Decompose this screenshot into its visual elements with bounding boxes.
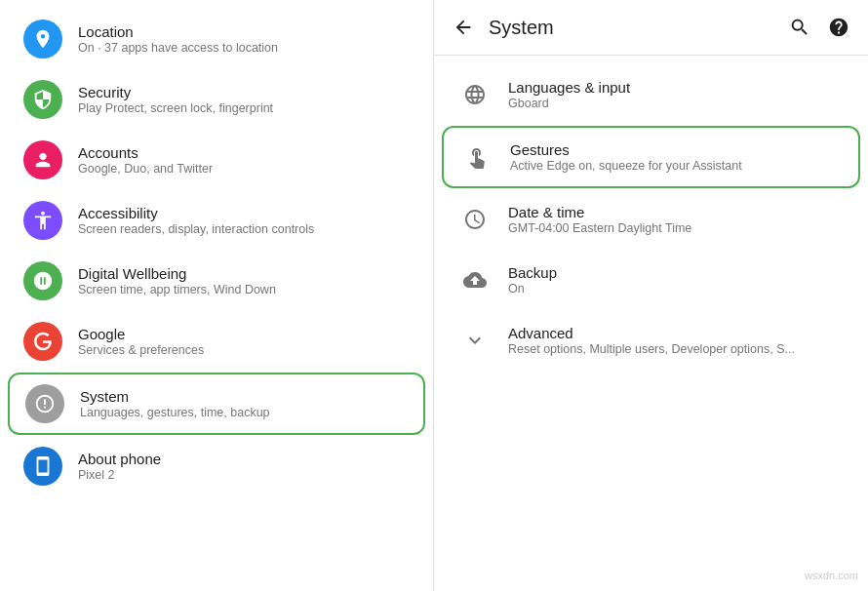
digital-wellbeing-subtitle: Screen time, app timers, Wind Down	[78, 283, 276, 296]
languages-input-title: Languages & input	[508, 79, 630, 96]
security-icon	[23, 80, 62, 119]
date-time-title: Date & time	[508, 204, 691, 220]
backup-title: Backup	[508, 264, 557, 281]
security-title: Security	[78, 84, 273, 100]
system-subtitle: Languages, gestures, time, backup	[80, 406, 270, 419]
settings-item-accessibility[interactable]: Accessibility Screen readers, display, i…	[8, 191, 425, 250]
advanced-text: Advanced Reset options, Multiple users, …	[508, 325, 795, 356]
location-icon	[23, 20, 62, 59]
accounts-title: Accounts	[78, 144, 213, 161]
page-title: System	[489, 17, 774, 39]
accessibility-subtitle: Screen readers, display, interaction con…	[78, 222, 314, 236]
languages-input-text: Languages & input Gboard	[508, 79, 630, 110]
advanced-title: Advanced	[508, 325, 795, 341]
menu-item-languages-input[interactable]: Languages & input Gboard	[442, 65, 860, 124]
date-time-subtitle: GMT-04:00 Eastern Daylight Time	[508, 221, 691, 235]
globe-icon	[457, 77, 493, 112]
digital-wellbeing-text: Digital Wellbeing Screen time, app timer…	[78, 265, 276, 296]
date-time-text: Date & time GMT-04:00 Eastern Daylight T…	[508, 204, 691, 235]
menu-item-gestures[interactable]: Gestures Active Edge on, squeeze for you…	[442, 126, 860, 188]
settings-item-accounts[interactable]: Accounts Google, Duo, and Twitter	[8, 131, 425, 189]
google-icon	[23, 322, 62, 361]
system-text: System Languages, gestures, time, backup	[80, 388, 270, 419]
google-text: Google Services & preferences	[78, 326, 204, 357]
accounts-icon	[23, 140, 62, 179]
accounts-text: Accounts Google, Duo, and Twitter	[78, 144, 213, 176]
backup-subtitle: On	[508, 282, 557, 296]
location-title: Location	[78, 23, 278, 40]
accessibility-title: Accessibility	[78, 205, 314, 221]
security-subtitle: Play Protect, screen lock, fingerprint	[78, 101, 273, 115]
backup-icon	[457, 262, 493, 297]
location-text: Location On · 37 apps have access to loc…	[78, 23, 278, 55]
accounts-subtitle: Google, Duo, and Twitter	[78, 162, 213, 176]
settings-item-about-phone[interactable]: About phone Pixel 2	[8, 437, 425, 495]
gestures-subtitle: Active Edge on, squeeze for your Assista…	[510, 159, 742, 173]
digital-wellbeing-icon	[23, 261, 62, 300]
security-text: Security Play Protect, screen lock, fing…	[78, 84, 273, 115]
gestures-text: Gestures Active Edge on, squeeze for you…	[510, 141, 742, 173]
right-header: System	[434, 0, 868, 56]
left-settings-panel: Location On · 37 apps have access to loc…	[0, 0, 434, 591]
search-button[interactable]	[786, 14, 813, 41]
settings-item-digital-wellbeing[interactable]: Digital Wellbeing Screen time, app timer…	[8, 252, 425, 310]
settings-item-security[interactable]: Security Play Protect, screen lock, fing…	[8, 70, 425, 129]
advanced-subtitle: Reset options, Multiple users, Developer…	[508, 342, 795, 356]
gestures-title: Gestures	[510, 141, 742, 158]
right-system-panel: System Languages & input Gboard Gestur	[434, 0, 868, 591]
gestures-icon	[459, 139, 494, 175]
chevron-down-icon	[457, 323, 493, 358]
about-phone-icon	[23, 447, 62, 486]
clock-icon	[457, 202, 493, 237]
watermark: wsxdn.com	[805, 570, 858, 581]
google-title: Google	[78, 326, 204, 342]
about-phone-text: About phone Pixel 2	[78, 451, 161, 482]
system-icon	[25, 384, 64, 423]
menu-item-date-time[interactable]: Date & time GMT-04:00 Eastern Daylight T…	[442, 190, 860, 249]
accessibility-icon	[23, 201, 62, 240]
digital-wellbeing-title: Digital Wellbeing	[78, 265, 276, 282]
settings-item-google[interactable]: Google Services & preferences	[8, 312, 425, 371]
system-title: System	[80, 388, 270, 405]
about-phone-subtitle: Pixel 2	[78, 468, 161, 482]
languages-input-subtitle: Gboard	[508, 97, 630, 110]
right-content: Languages & input Gboard Gestures Active…	[434, 56, 868, 591]
settings-item-system[interactable]: System Languages, gestures, time, backup	[8, 373, 425, 435]
settings-item-location[interactable]: Location On · 37 apps have access to loc…	[8, 10, 425, 68]
location-subtitle: On · 37 apps have access to location	[78, 41, 278, 55]
google-subtitle: Services & preferences	[78, 343, 204, 357]
menu-item-backup[interactable]: Backup On	[442, 251, 860, 309]
help-button[interactable]	[825, 14, 852, 41]
accessibility-text: Accessibility Screen readers, display, i…	[78, 205, 314, 236]
back-button[interactable]	[450, 14, 477, 41]
backup-text: Backup On	[508, 264, 557, 296]
menu-item-advanced[interactable]: Advanced Reset options, Multiple users, …	[442, 311, 860, 370]
about-phone-title: About phone	[78, 451, 161, 467]
